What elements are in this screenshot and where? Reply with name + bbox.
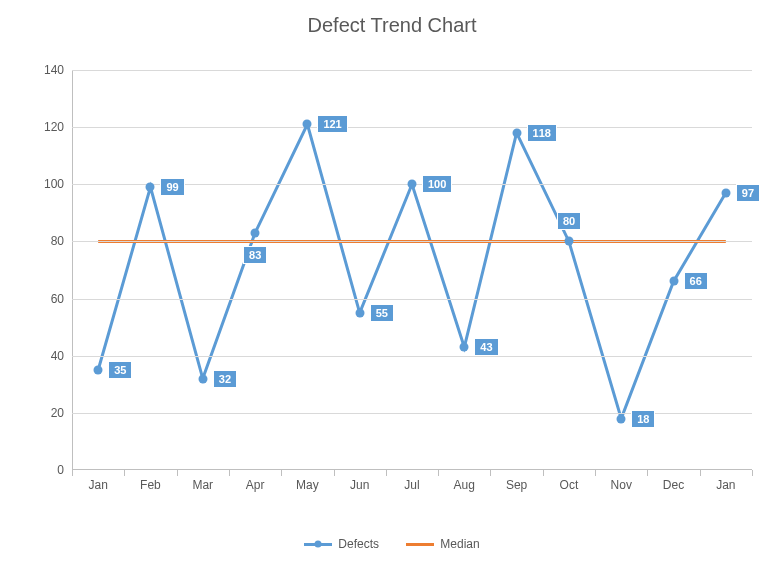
defects-point: [669, 277, 678, 286]
chart-legend: Defects Median: [0, 535, 784, 552]
x-tick-label: May: [296, 478, 319, 492]
x-tick-mark: [334, 470, 335, 476]
defects-point: [512, 128, 521, 137]
legend-item-median: Median: [406, 537, 479, 551]
x-tick-label: Dec: [663, 478, 684, 492]
legend-swatch-median: [406, 543, 434, 546]
x-tick-mark: [438, 470, 439, 476]
x-tick-mark: [72, 470, 73, 476]
defects-point: [146, 183, 155, 192]
defects-data-label: 83: [243, 246, 267, 264]
x-tick-label: Jun: [350, 478, 369, 492]
grid-line: [72, 356, 752, 357]
defects-data-label: 99: [160, 178, 184, 196]
y-tick-label: 120: [24, 120, 64, 134]
x-tick-mark: [386, 470, 387, 476]
defects-point: [198, 374, 207, 383]
defects-data-label: 18: [631, 410, 655, 428]
legend-item-defects: Defects: [304, 537, 379, 551]
x-tick-label: Jul: [404, 478, 419, 492]
defects-data-label: 43: [474, 338, 498, 356]
y-tick-label: 20: [24, 406, 64, 420]
x-tick-label: Mar: [192, 478, 213, 492]
legend-label-median: Median: [440, 537, 479, 551]
defects-data-label: 121: [317, 115, 347, 133]
legend-swatch-defects: [304, 543, 332, 546]
grid-line: [72, 70, 752, 71]
x-tick-mark: [752, 470, 753, 476]
y-tick-label: 60: [24, 292, 64, 306]
y-tick-label: 140: [24, 63, 64, 77]
grid-line: [72, 299, 752, 300]
y-tick-label: 40: [24, 349, 64, 363]
defects-data-label: 35: [108, 361, 132, 379]
x-tick-mark: [647, 470, 648, 476]
defects-data-label: 66: [684, 272, 708, 290]
defects-point: [251, 228, 260, 237]
y-tick-label: 0: [24, 463, 64, 477]
defects-point: [460, 343, 469, 352]
y-tick-label: 100: [24, 177, 64, 191]
defects-point: [355, 308, 364, 317]
x-tick-mark: [177, 470, 178, 476]
plot-area: 020406080100120140JanFebMarAprMayJunJulA…: [72, 70, 752, 470]
x-tick-label: Jan: [88, 478, 107, 492]
x-tick-label: Jan: [716, 478, 735, 492]
x-tick-label: Apr: [246, 478, 265, 492]
defects-point: [564, 237, 573, 246]
defects-data-label: 118: [527, 124, 557, 142]
defects-data-label: 80: [557, 212, 581, 230]
chart-title: Defect Trend Chart: [0, 14, 784, 37]
x-tick-mark: [124, 470, 125, 476]
x-tick-mark: [229, 470, 230, 476]
x-tick-mark: [281, 470, 282, 476]
defects-data-label: 55: [370, 304, 394, 322]
grid-line: [72, 241, 752, 242]
x-tick-label: Oct: [560, 478, 579, 492]
x-tick-mark: [490, 470, 491, 476]
x-tick-label: Aug: [454, 478, 475, 492]
defects-point: [303, 120, 312, 129]
defects-data-label: 32: [213, 370, 237, 388]
legend-label-defects: Defects: [338, 537, 379, 551]
defects-point: [408, 180, 417, 189]
defects-point: [721, 188, 730, 197]
defects-line: [98, 124, 726, 418]
defects-data-label: 100: [422, 175, 452, 193]
defects-point: [617, 414, 626, 423]
x-tick-label: Feb: [140, 478, 161, 492]
x-tick-label: Nov: [611, 478, 632, 492]
x-tick-mark: [700, 470, 701, 476]
defects-point: [94, 366, 103, 375]
x-tick-mark: [595, 470, 596, 476]
x-tick-label: Sep: [506, 478, 527, 492]
grid-line: [72, 127, 752, 128]
defect-trend-chart: Defect Trend Chart 020406080100120140Jan…: [0, 0, 784, 563]
x-tick-mark: [543, 470, 544, 476]
y-tick-label: 80: [24, 234, 64, 248]
defects-data-label: 97: [736, 184, 760, 202]
